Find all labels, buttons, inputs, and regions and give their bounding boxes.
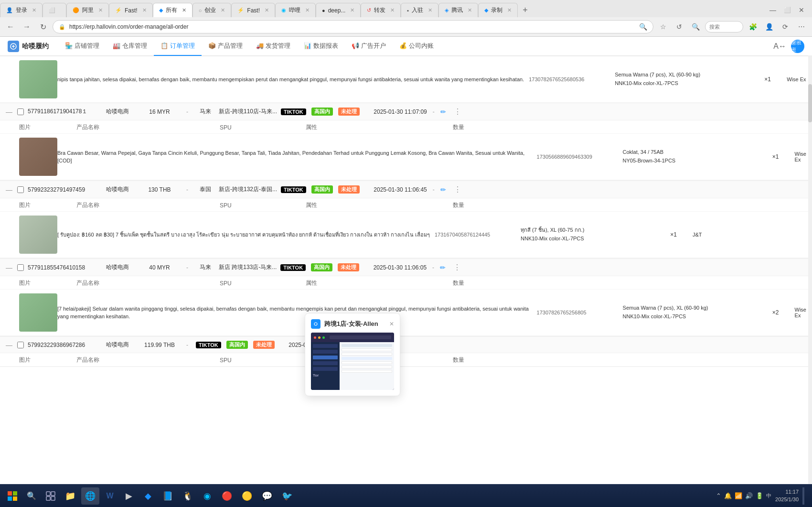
order-checkbox-4[interactable] (17, 342, 24, 348)
more-action-3[interactable]: ⋮ (453, 263, 461, 272)
browser-tab-12[interactable]: ◈ 腾讯 ✕ (438, 3, 478, 17)
taskbar-app-3[interactable]: 🐧 (179, 487, 197, 505)
badge-domestic-3: 高国内 (311, 263, 332, 271)
nav-account[interactable]: 💰 公司内账 (393, 37, 440, 56)
scrollbar-thumb[interactable] (808, 84, 812, 122)
nav-report[interactable]: 📊 数据报表 (297, 37, 345, 56)
forward-button[interactable]: → (20, 20, 33, 33)
taskbar-clock[interactable]: 11:17 2025/1/30 (775, 488, 799, 503)
browser-tab-9[interactable]: ● deep... ✕ (316, 3, 361, 17)
taskbar-app-1[interactable]: ◆ (139, 487, 157, 505)
browser-tab-4[interactable]: ⚡ Fast! ✕ (109, 3, 153, 17)
tab-icon-10: ↺ (367, 7, 371, 13)
more-action-2[interactable]: ⋮ (454, 185, 461, 194)
word-taskbar-button[interactable]: W (101, 487, 118, 505)
file-explorer-button[interactable]: 📁 (61, 487, 79, 505)
bookmark-icon[interactable]: ☆ (656, 20, 670, 33)
tab-close-11[interactable]: ✕ (428, 7, 432, 13)
browser-tab-7[interactable]: ⚡ Fast! ✕ (231, 3, 275, 17)
browser-tab-6[interactable]: ○ 创业 ✕ (192, 3, 232, 17)
tab-close-3[interactable]: ✕ (98, 7, 103, 13)
edit-icon-1[interactable]: ✏ (440, 108, 446, 116)
more-action-1[interactable]: ⋮ (454, 107, 461, 116)
tab-close-8[interactable]: ✕ (305, 7, 310, 13)
tab-close-9[interactable]: ✕ (350, 7, 354, 13)
minimize-button[interactable]: — (766, 3, 780, 17)
tray-icon-1[interactable]: ⌃ (716, 492, 721, 499)
order-store-2: 新店-跨境132店-泰国... (219, 185, 277, 194)
browser-tab-5[interactable]: ◆ 所有 ✕ (153, 3, 192, 17)
tab-close-10[interactable]: ✕ (390, 7, 395, 13)
url-input[interactable] (69, 23, 635, 30)
browser-tab-3[interactable]: 🟠 阿里 ✕ (66, 3, 109, 17)
collapse-4[interactable]: — (6, 341, 13, 349)
nav-warehouse[interactable]: 🏭 仓库管理 (106, 37, 154, 56)
tray-icon-2[interactable]: 🔔 (724, 492, 732, 499)
nav-shop[interactable]: 🏪 店铺管理 (58, 37, 106, 56)
tab-icon-9: ● (322, 8, 325, 13)
main-content[interactable]: nipis tanpa jahitan, selesa dipakai, ber… (0, 56, 812, 488)
edit-icon-3[interactable]: ✏ (440, 264, 446, 271)
nav-order[interactable]: 📋 订单管理 (154, 37, 202, 56)
extension-icon[interactable]: 🧩 (746, 20, 759, 33)
browser-search-input[interactable] (705, 21, 743, 32)
collapse-1[interactable]: — (6, 108, 13, 116)
order-checkbox-3[interactable] (17, 264, 24, 271)
show-desktop-button[interactable] (802, 487, 804, 505)
reload-icon[interactable]: ↺ (673, 20, 686, 33)
taskbar-app-7[interactable]: 💬 (258, 487, 276, 505)
taskbar-app-6[interactable]: 🟡 (238, 487, 256, 505)
browser-tab-11[interactable]: ▪ 入驻 ✕ (401, 3, 438, 17)
nav-delivery[interactable]: 🚚 发货管理 (249, 37, 297, 56)
product-attr-3-1: Semua Warna (7 pcs), XL (60-90 kg) NNK10… (623, 304, 757, 321)
tray-icon-battery[interactable]: 🔋 (756, 492, 763, 499)
browser-tab-1[interactable]: 👤 登录 ✕ (0, 3, 43, 17)
search-toolbar-icon[interactable]: 🔍 (689, 20, 702, 33)
media-player-button[interactable]: ▶ (120, 487, 138, 505)
start-button[interactable] (4, 487, 21, 505)
edit-icon-2[interactable]: ✏ (440, 186, 446, 194)
taskbar-app-2[interactable]: 📘 (159, 487, 177, 505)
taskview-button[interactable] (42, 487, 59, 505)
sync-icon[interactable]: ⟳ (779, 20, 792, 33)
more-icon[interactable]: ⋯ (795, 20, 808, 33)
tab-label-8: 哔哩 (289, 6, 300, 14)
close-window-button[interactable]: ✕ (795, 3, 808, 17)
collapse-3[interactable]: — (6, 264, 13, 271)
new-tab-button[interactable]: + (518, 5, 533, 15)
tab-close-4[interactable]: ✕ (142, 7, 147, 13)
order-checkbox-2[interactable] (17, 186, 24, 193)
restore-button[interactable]: ⬜ (780, 3, 794, 17)
browser-tab-8[interactable]: ◉ 哔哩 ✕ (275, 3, 316, 17)
address-bar[interactable]: 🔒 🔍 (53, 20, 653, 33)
tab-close-7[interactable]: ✕ (265, 7, 269, 13)
nav-product[interactable]: 📦 产品管理 (202, 37, 249, 56)
taskbar-app-4[interactable]: ◉ (199, 487, 216, 505)
browser-tab-10[interactable]: ↺ 转发 ✕ (361, 3, 401, 17)
tab-close-1[interactable]: ✕ (32, 7, 36, 13)
browser-tab-13[interactable]: ◆ 录制 ✕ (478, 3, 518, 17)
taskbar-search-button[interactable]: 🔍 (23, 487, 40, 505)
tooltip-close-icon[interactable]: ✕ (389, 321, 394, 327)
translate-icon[interactable]: A↔ (773, 42, 786, 51)
account-icon[interactable]: 👤 (762, 20, 776, 33)
order-checkbox-1[interactable] (17, 108, 24, 115)
tray-icon-volume[interactable]: 🔊 (745, 492, 753, 499)
tray-icon-network[interactable]: 📶 (735, 492, 742, 499)
tab-close-6[interactable]: ✕ (221, 7, 225, 13)
taskbar-app-8[interactable]: 🐦 (278, 487, 296, 505)
tab-close-5[interactable]: ✕ (182, 7, 186, 13)
nav-ad[interactable]: 📢 广告开户 (345, 37, 393, 56)
order-time-2: 2025-01-30 11:06:45 (365, 186, 427, 193)
taskbar-app-5[interactable]: 🔴 (218, 487, 236, 505)
chrome-taskbar-button[interactable]: 🌐 (81, 487, 99, 505)
user-avatar[interactable]: 谢班班 (791, 40, 804, 53)
tab-close-13[interactable]: ✕ (507, 7, 512, 13)
taskbar-date-display: 2025/1/30 (775, 496, 799, 503)
collapse-2[interactable]: — (6, 186, 13, 194)
back-button[interactable]: ← (4, 20, 17, 33)
tray-icon-input[interactable]: 中 (766, 492, 771, 499)
refresh-button[interactable]: ↻ (36, 20, 50, 33)
tab-close-12[interactable]: ✕ (468, 7, 472, 13)
browser-tab-2[interactable]: ⬜ (43, 3, 66, 17)
